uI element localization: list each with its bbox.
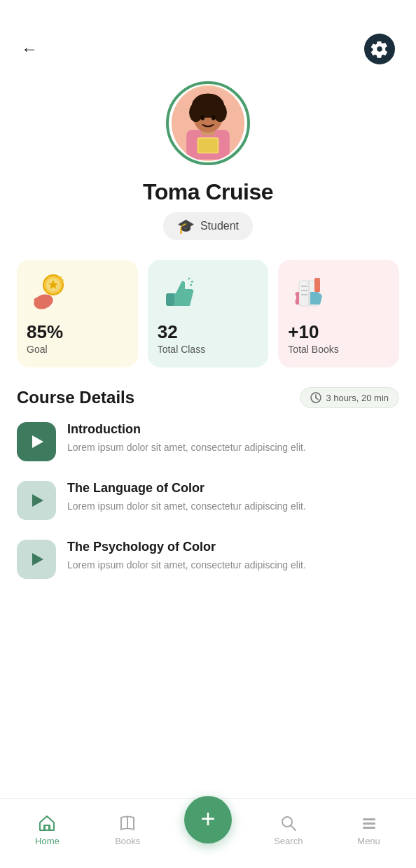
duration-badge: 3 hours, 20 min — [300, 387, 399, 408]
nav-item-home[interactable]: Home — [7, 813, 88, 846]
student-label: Student — [200, 220, 239, 232]
search-nav-label: Search — [274, 836, 303, 846]
books-label: Total Books — [288, 344, 338, 355]
svg-point-8 — [200, 115, 204, 120]
screen: ← — [0, 0, 416, 868]
svg-line-22 — [191, 281, 193, 282]
bottom-nav: Home Books + Search — [0, 798, 416, 868]
svg-rect-11 — [199, 139, 218, 152]
settings-button[interactable] — [364, 34, 395, 64]
course-title-1: Introduction — [67, 422, 306, 437]
header: ← — [0, 0, 416, 76]
home-icon — [37, 813, 57, 833]
course-section: Course Details 3 hours, 20 min Introduct… — [0, 387, 416, 598]
svg-point-9 — [212, 115, 216, 120]
course-title-2: The Language of Color — [67, 481, 306, 496]
avatar-image — [172, 85, 244, 161]
avatar — [172, 85, 244, 161]
course-info-3: The Psychology of Color Lorem ipsum dolo… — [67, 540, 306, 573]
svg-rect-33 — [45, 825, 49, 830]
class-label: Total Class — [158, 344, 205, 355]
goal-icon — [27, 271, 71, 316]
nav-item-menu[interactable]: Menu — [328, 813, 409, 846]
class-value: 32 — [158, 323, 178, 341]
course-section-title: Course Details — [17, 388, 134, 407]
home-nav-label: Home — [35, 836, 60, 846]
cap-icon: 🎓 — [177, 218, 195, 234]
stats-row: 85% Goal 32 Total Class — [0, 260, 416, 368]
back-button[interactable]: ← — [21, 39, 38, 59]
play-triangle-icon-2 — [32, 494, 43, 507]
stat-card-class: 32 Total Class — [148, 260, 269, 368]
books-value: +10 — [288, 323, 319, 341]
duration-text: 3 hours, 20 min — [326, 393, 389, 403]
fab-container: + — [168, 796, 249, 864]
menu-nav-label: Menu — [357, 836, 380, 846]
course-desc-1: Lorem ipsum dolor sit amet, consectetur … — [67, 440, 306, 455]
books-nav-icon — [118, 813, 137, 833]
menu-nav-icon — [359, 813, 379, 833]
course-header: Course Details 3 hours, 20 min — [17, 387, 399, 408]
course-desc-3: Lorem ipsum dolor sit amet, consectetur … — [67, 558, 306, 573]
avatar-section: Toma Cruise 🎓 Student — [143, 81, 273, 240]
search-nav-icon — [279, 813, 298, 833]
svg-rect-37 — [363, 818, 375, 820]
course-info-2: The Language of Color Lorem ipsum dolor … — [67, 481, 306, 514]
svg-line-36 — [291, 826, 296, 831]
user-name: Toma Cruise — [143, 179, 273, 205]
gear-icon — [370, 40, 389, 58]
course-info-1: Introduction Lorem ipsum dolor sit amet,… — [67, 422, 306, 455]
books-nav-label: Books — [115, 836, 140, 846]
svg-point-7 — [195, 94, 222, 110]
svg-rect-39 — [363, 827, 375, 829]
stat-card-books: +10 Total Books — [278, 260, 399, 368]
course-item-3: The Psychology of Color Lorem ipsum dolo… — [17, 540, 399, 579]
avatar-ring — [166, 81, 250, 165]
course-item-1: Introduction Lorem ipsum dolor sit amet,… — [17, 422, 399, 461]
course-title-3: The Psychology of Color — [67, 540, 306, 554]
play-triangle-icon-1 — [32, 435, 43, 448]
course-item-2: The Language of Color Lorem ipsum dolor … — [17, 481, 399, 520]
goal-label: Goal — [27, 344, 48, 355]
svg-line-19 — [62, 280, 64, 281]
play-button-3[interactable] — [17, 540, 56, 579]
stat-card-goal: 85% Goal — [17, 260, 138, 368]
svg-line-21 — [188, 278, 190, 279]
goal-value: 85% — [27, 323, 63, 341]
fab-button[interactable]: + — [184, 796, 232, 844]
play-button-2[interactable] — [17, 481, 56, 520]
student-badge: 🎓 Student — [163, 212, 253, 240]
play-triangle-icon-3 — [32, 553, 43, 566]
fab-plus-icon: + — [200, 806, 215, 832]
class-icon — [158, 271, 202, 316]
nav-item-books[interactable]: Books — [88, 813, 168, 846]
svg-rect-20 — [166, 293, 174, 306]
clock-icon — [310, 392, 321, 403]
books-icon — [288, 271, 333, 316]
svg-line-18 — [60, 276, 62, 278]
play-button-1[interactable] — [17, 422, 56, 461]
course-desc-2: Lorem ipsum dolor sit amet, consectetur … — [67, 499, 306, 514]
svg-rect-38 — [363, 822, 375, 825]
svg-line-32 — [316, 398, 318, 400]
nav-item-search[interactable]: Search — [248, 813, 328, 846]
